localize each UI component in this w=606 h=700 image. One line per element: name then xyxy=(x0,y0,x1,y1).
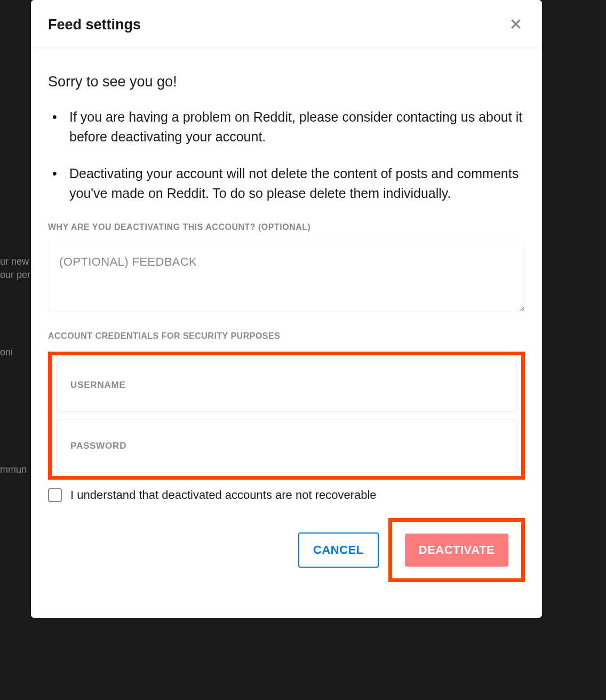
username-input[interactable] xyxy=(56,359,517,412)
background-text: our per xyxy=(0,269,30,281)
info-bullet-item: Deactivating your account will not delet… xyxy=(48,164,525,203)
credentials-section-label: ACCOUNT CREDENTIALS FOR SECURITY PURPOSE… xyxy=(48,331,525,341)
modal-header: Feed settings xyxy=(31,0,542,48)
cancel-button[interactable]: CANCEL xyxy=(298,532,379,568)
modal-title: Feed settings xyxy=(48,17,141,33)
sorry-heading: Sorry to see you go! xyxy=(48,74,525,90)
info-bullets: If you are having a problem on Reddit, p… xyxy=(48,107,525,203)
close-icon xyxy=(509,17,523,31)
feedback-textarea[interactable] xyxy=(48,243,525,312)
password-input[interactable] xyxy=(56,419,517,473)
deactivate-button[interactable]: DEACTIVATE xyxy=(405,534,508,567)
confirm-checkbox-label: I understand that deactivated accounts a… xyxy=(70,488,377,502)
deactivate-highlight-box: DEACTIVATE xyxy=(388,518,525,582)
background-text: mmun xyxy=(0,464,27,475)
confirm-checkbox-row: I understand that deactivated accounts a… xyxy=(48,488,525,502)
deactivate-account-modal: Feed settings Sorry to see you go! If yo… xyxy=(31,0,542,618)
credentials-highlight-box xyxy=(48,352,525,480)
confirm-checkbox[interactable] xyxy=(48,488,62,502)
info-bullet-item: If you are having a problem on Reddit, p… xyxy=(48,107,525,147)
close-button[interactable] xyxy=(507,15,525,35)
modal-footer: CANCEL DEACTIVATE xyxy=(48,518,525,582)
reason-section-label: WHY ARE YOU DEACTIVATING THIS ACCOUNT? (… xyxy=(48,222,525,232)
background-text: ur new xyxy=(0,256,29,267)
modal-body: Sorry to see you go! If you are having a… xyxy=(31,48,542,618)
background-text: oni xyxy=(0,347,13,358)
